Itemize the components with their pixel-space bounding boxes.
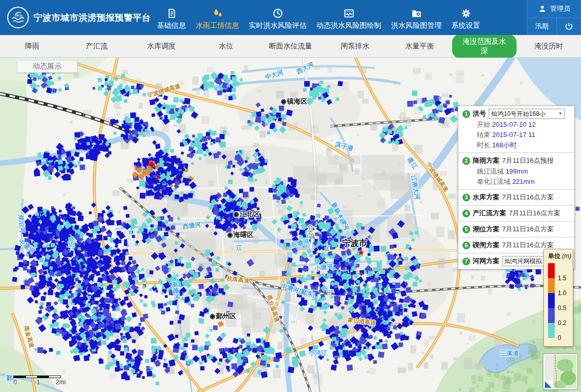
nav-item-label: 实时洪水风险评估	[249, 21, 307, 30]
tab-8[interactable]: 淹没范围及水深	[452, 35, 517, 58]
legend-segment: 0	[548, 323, 555, 338]
nav-item-5[interactable]: 洪水风险图管理	[391, 8, 442, 30]
detail-row: 奉化江流域 221mm	[462, 177, 570, 187]
tab-6[interactable]: 闸泵排水	[323, 39, 387, 54]
map-viewport: ◉镇海区◉江北区◉海曙区◉鄞州区宁波市★中大河西大河滨子港甬江江南大河湖泊河中塘…	[0, 58, 581, 392]
section-value: 7月11日16点方案	[502, 224, 554, 235]
scalebar-label: 0	[13, 379, 17, 386]
user-menu[interactable]: 管理员	[527, 0, 581, 18]
tab-label: 断面水位流量	[261, 39, 319, 54]
panel-section-4: 4产汇流方案7月11日16点方案	[458, 206, 574, 221]
section-label: 河网方案	[473, 255, 500, 267]
gear-icon	[460, 8, 472, 19]
section-value: 7月11日16点方案	[502, 192, 554, 203]
tab-1[interactable]: 降雨	[0, 39, 64, 54]
section-select[interactable]: 灿鸿10号开始168小▼	[489, 109, 565, 119]
tab-9[interactable]: 淹没历时	[517, 39, 581, 54]
legend-tick-label: 1.5	[558, 275, 567, 282]
nav-item-2[interactable]: 水雨工情信息	[196, 8, 239, 30]
tab-2[interactable]: 产汇流	[64, 39, 129, 54]
section-value: 7月11日16点方案	[509, 208, 560, 219]
scenario-panel: 1洪号灿鸿10号开始168小▼开始 2015-07-10 12结束 2015-0…	[458, 106, 575, 269]
clock-icon	[272, 8, 284, 19]
tab-4[interactable]: 水位	[194, 39, 258, 54]
user-box: 管理员 汛期	[527, 0, 581, 35]
step-number-badge: 1	[462, 110, 470, 118]
animate-button[interactable]: 动态展示	[17, 60, 77, 73]
logout-button[interactable]	[557, 18, 581, 36]
nav-item-4[interactable]: 动态洪水风险图绘制	[317, 8, 381, 30]
legend-color-bar: 1.51.00.50.20	[548, 263, 573, 338]
section-value: 7月11日16点预报	[502, 155, 554, 166]
document-icon	[166, 8, 177, 19]
scalebar-label: 1	[37, 379, 40, 386]
panel-section-2: 2降雨方案7月11日16点预报姚江流域 199mm奉化江流域 221mm	[458, 153, 574, 190]
legend-tick-label: 0	[558, 334, 561, 342]
tab-label: 水量平衡	[398, 39, 441, 54]
section-label: 洪号	[473, 108, 486, 120]
nav-item-1[interactable]: 基础信息	[157, 8, 186, 30]
tab-label: 水位	[211, 39, 240, 54]
tab-label: 降雨	[18, 39, 47, 54]
panel-section-1: 1洪号灿鸿10号开始168小▼开始 2015-07-10 12结束 2015-0…	[458, 106, 574, 153]
step-number-badge: 2	[462, 157, 470, 165]
flood-season-toggle[interactable]: 汛期	[527, 18, 557, 36]
legend-segment: 0.5	[548, 293, 555, 308]
nav-item-3[interactable]: 实时洪水风险评估	[249, 8, 307, 30]
step-number-badge: 4	[462, 210, 470, 217]
legend-segment: 1.0	[548, 278, 555, 293]
section-label: 降雨方案	[473, 155, 500, 166]
tab-3[interactable]: 水库调度	[129, 39, 193, 54]
folder-lock-icon	[411, 8, 422, 19]
svg-text:NBSL: NBSL	[14, 13, 23, 17]
legend-tick-label: 0.2	[558, 319, 567, 327]
legend-segment: 0.2	[548, 308, 555, 323]
section-label: 产汇流方案	[473, 208, 506, 219]
detail-value: 168小时	[492, 141, 517, 149]
step-number-badge: 6	[462, 242, 470, 249]
detail-label: 姚江流域	[477, 167, 504, 175]
panel-section-5: 5潮位方案7月11日16点方案	[458, 221, 574, 237]
detail-value: 2015-07-10 12	[492, 121, 536, 128]
panel-section-3: 3水库方案7月11日16点方案	[458, 190, 574, 206]
tab-7[interactable]: 水量平衡	[387, 39, 452, 54]
section-label: 水库方案	[473, 192, 500, 203]
step-number-badge: 7	[462, 258, 470, 265]
user-name: 管理员	[550, 4, 570, 13]
overview-minimap[interactable]	[543, 353, 578, 390]
detail-row: 结束 2015-07-17 11	[462, 130, 570, 140]
chevron-down-icon: ▼	[558, 109, 562, 119]
tab-label: 淹没范围及水深	[452, 35, 517, 58]
detail-value: 2015-07-17 11	[492, 131, 536, 139]
detail-label: 时长	[477, 141, 490, 149]
section-label: 碶闸方案	[473, 240, 500, 251]
detail-label: 开始	[477, 121, 490, 128]
map-scalebar: 012mi	[13, 376, 61, 386]
detail-label: 结束	[477, 131, 490, 139]
detail-value: 199mm	[506, 167, 528, 175]
nav-item-label: 基础信息	[157, 21, 186, 30]
nav-item-label: 水雨工情信息	[196, 21, 239, 30]
water-drops-icon	[212, 8, 223, 19]
section-label: 潮位方案	[473, 224, 500, 235]
detail-row: 时长 168小时	[462, 140, 570, 150]
tab-5[interactable]: 断面水位流量	[258, 39, 323, 54]
main-nav: 基础信息水雨工情信息实时洪水风险评估动态洪水风险图绘制洪水风险图管理系统设置	[157, 0, 480, 35]
legend-segment: 1.5	[548, 263, 555, 278]
nav-item-label: 动态洪水风险图绘制	[317, 21, 381, 30]
tab-label: 闸泵排水	[334, 39, 377, 54]
detail-row: 姚江流域 199mm	[462, 166, 570, 177]
detail-row: 开始 2015-07-10 12	[462, 120, 570, 130]
legend-tick-label: 1.0	[558, 289, 567, 297]
nav-item-label: 系统设置	[452, 21, 480, 30]
depth-legend: 单位 (m) 1.51.00.50.20	[543, 249, 573, 347]
step-number-badge: 3	[462, 194, 470, 201]
chart-window-icon	[343, 8, 355, 19]
detail-label: 奉化江流域	[477, 178, 510, 185]
step-number-badge: 5	[462, 226, 470, 233]
app-header: NBSL 宁波市城市洪涝预报预警平台 基础信息水雨工情信息实时洪水风险评估动态洪…	[0, 0, 581, 35]
app-title: 宁波市城市洪涝预报预警平台	[34, 12, 151, 24]
scalebar-labels: 012mi	[13, 378, 61, 386]
nav-item-6[interactable]: 系统设置	[452, 8, 480, 30]
user-icon	[538, 5, 546, 13]
